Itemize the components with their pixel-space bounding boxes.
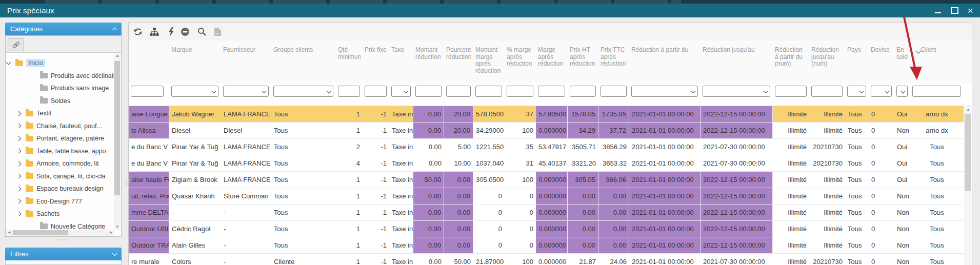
cell-pmarge[interactable]: 31 [505, 155, 536, 171]
cell-name[interactable]: aise haute FO [129, 172, 169, 188]
cell-mreduc[interactable]: 0.00 [413, 254, 444, 265]
cell-mmarge[interactable]: 305.0500 [473, 172, 505, 188]
cell-fournisseur[interactable]: - [221, 221, 271, 237]
cell-taxe[interactable]: Taxe in [389, 188, 413, 204]
cell-preduc[interactable]: 0.00 [444, 237, 473, 253]
filter-groupe-select[interactable] [273, 86, 333, 97]
table-row[interactable]: re muraleColors-Cliente1-1Taxe in0.0050.… [129, 254, 964, 265]
cell-prixttc[interactable]: 37.72 [598, 123, 629, 138]
cell-marque[interactable]: Colors [169, 254, 221, 265]
tree-item-inicio[interactable]: Inicio [7, 57, 45, 69]
cell-mmarge[interactable]: 0 [473, 221, 505, 237]
cell-taxe[interactable]: Taxe in [389, 106, 413, 122]
cell-redau[interactable]: 2022-12-15 00:00:00 [701, 221, 773, 237]
table-row[interactable]: e du Banc VPinar Yar & TuğLAMA FRANCETou… [129, 139, 964, 155]
cell-devise[interactable]: 0 [869, 237, 894, 253]
cell-mreduc[interactable]: 0.00 [413, 106, 444, 122]
cell-fournisseur[interactable]: LAMA FRANCE [221, 106, 271, 122]
cell-rednum1[interactable]: Illimité [773, 155, 809, 171]
cell-taxe[interactable]: Taxe in [389, 172, 413, 188]
cell-marque[interactable]: Quasar Khanh [169, 188, 221, 204]
cell-devise[interactable]: 0 [869, 172, 894, 188]
cell-marque[interactable]: Alain Gilles [169, 237, 221, 253]
filter-redau-select[interactable] [703, 86, 770, 97]
cell-marque[interactable]: Jakob Wagner [169, 106, 221, 122]
cell-prixht[interactable]: 3505.71 [568, 139, 598, 155]
refresh-icon[interactable] [133, 27, 143, 37]
filter-marge-input[interactable] [538, 86, 565, 97]
cell-mreduc[interactable]: 0.00 [413, 221, 444, 237]
remove-circle-icon[interactable] [180, 27, 190, 37]
cell-rednum2[interactable]: 20210730 [809, 155, 845, 171]
tree-item-soldes[interactable]: Soldes [40, 95, 70, 107]
cell-preduc[interactable]: 20.00 [444, 123, 473, 138]
cell-qte[interactable]: 2 [336, 139, 363, 155]
cell-prixfixe[interactable]: -1 [363, 155, 389, 171]
cell-mreduc[interactable]: 0.00 [413, 237, 444, 253]
cell-prixttc[interactable]: 0.00 [598, 188, 629, 204]
minimize-button[interactable] [931, 4, 945, 17]
cell-client[interactable]: Tous [910, 188, 964, 204]
tree-item-chaise-fauteuil-pouf[interactable]: Chaise, fauteuil, pouf... [17, 120, 102, 132]
csv-export-icon[interactable]: csv [212, 27, 223, 37]
table-row[interactable]: ts AlissaDieselDieselTous1-1Taxe in0.002… [129, 123, 964, 139]
tree-item-armoire-commode-lit[interactable]: Armoire, commode, lit [17, 157, 99, 170]
table-row[interactable]: aise LongueJakob WagnerLAMA FRANCETous1-… [129, 106, 964, 123]
cell-pmarge[interactable]: 0 [505, 188, 536, 204]
column-header-reddu[interactable]: Réduction à partir du [631, 47, 698, 77]
cell-reddu[interactable]: 2021-01-01 00:00:00 [629, 237, 701, 253]
cell-pays[interactable]: Tous [845, 205, 869, 220]
cell-fournisseur[interactable]: LAMA FRANCE [221, 172, 271, 188]
column-header-prixht[interactable]: Prix HT après réduction [570, 47, 596, 77]
cell-rednum2[interactable]: Illimité [809, 172, 845, 188]
cell-prixht[interactable]: 0.00 [568, 221, 598, 237]
tree-vertical-scrollbar[interactable]: ▲ ▼ [114, 53, 121, 230]
cell-prixttc[interactable]: 1735.85 [598, 106, 629, 122]
cell-mmarge[interactable]: 0 [473, 205, 505, 220]
cell-mmarge[interactable]: 1037.040 [473, 155, 505, 171]
cell-prixfixe[interactable]: -1 [363, 254, 389, 265]
cell-rednum2[interactable]: Illimité [809, 205, 845, 220]
cell-rednum1[interactable]: Illimité [773, 221, 809, 237]
table-row[interactable]: uil, relax, PouQuasar KhanhStore CommanT… [129, 188, 964, 205]
cell-client[interactable]: arno dx [910, 123, 964, 138]
cell-pmarge[interactable]: 0 [505, 237, 536, 253]
cell-prixht[interactable]: 1578.05 [568, 106, 598, 122]
scrollbar-thumb[interactable] [114, 61, 120, 195]
grid-vertical-scrollbar[interactable]: ▲ [964, 106, 971, 265]
cell-marge[interactable]: 0.000000 [536, 172, 568, 188]
tree-item-sachets[interactable]: Sachets [17, 208, 59, 220]
cell-ensold[interactable]: Oui [894, 106, 910, 122]
cell-ensold[interactable]: Non [894, 237, 910, 253]
column-header-rednum1[interactable]: Réduction à partir du (num) [775, 47, 807, 77]
cell-mmarge[interactable]: 0 [473, 237, 505, 253]
collapse-icon[interactable] [6, 60, 11, 65]
cell-preduc[interactable]: 50.00 [444, 254, 473, 265]
cell-name[interactable]: Outdoor TRA [129, 237, 169, 253]
cell-preduc[interactable]: 0.00 [444, 172, 473, 188]
cell-devise[interactable]: 0 [869, 106, 894, 122]
expand-icon[interactable] [16, 111, 22, 116]
cell-name[interactable]: ts Alissa [129, 123, 169, 138]
cell-rednum1[interactable]: Illimité [773, 106, 809, 122]
cell-qte[interactable]: 1 [336, 123, 363, 138]
link-category-button[interactable] [8, 38, 24, 51]
cell-redau[interactable]: 2022-12-15 00:00:00 [701, 172, 773, 188]
cell-redau[interactable]: 2022-12-15 00:00:00 [701, 123, 773, 138]
cell-mmarge[interactable]: 21.87000 [473, 254, 505, 265]
cell-prixttc[interactable]: 3653.32 [598, 155, 629, 171]
cell-mreduc[interactable]: 0.00 [413, 139, 444, 155]
cell-prixht[interactable]: 305.05 [568, 172, 598, 188]
cell-ensold[interactable]: Non [894, 221, 910, 237]
cell-prixfixe[interactable]: -1 [363, 139, 389, 155]
cell-prixttc[interactable]: 24.06 [598, 254, 629, 265]
cell-marge[interactable]: 0.000000 [536, 254, 568, 265]
cell-groupe[interactable]: Tous [271, 139, 336, 155]
filter-prixttc-input[interactable] [601, 86, 627, 97]
expand-icon[interactable] [16, 211, 22, 216]
cell-reddu[interactable]: 2021-01-01 00:00:00 [629, 254, 701, 265]
cell-ensold[interactable]: Oui [894, 172, 910, 188]
cell-pays[interactable]: Tous [845, 123, 869, 138]
cell-marque[interactable]: Diesel [169, 123, 221, 138]
cell-ensold[interactable]: Non [894, 123, 910, 138]
